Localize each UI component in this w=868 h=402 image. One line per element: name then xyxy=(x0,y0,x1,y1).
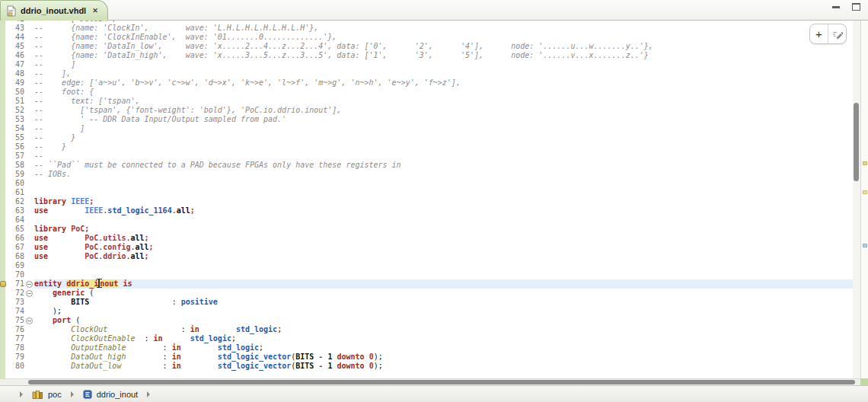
code-line[interactable]: 74 ); xyxy=(5,307,853,316)
code-text[interactable]: -- ' -- DDR Data Input/Output sampled fr… xyxy=(34,115,853,124)
code-line[interactable]: 50-- foot: { xyxy=(5,88,853,97)
code-text[interactable]: -- text: ['tspan', xyxy=(34,97,853,106)
code-line[interactable]: 77 ClockOutEnable : in std_logic; xyxy=(5,334,853,343)
code-line[interactable]: 75 port ( xyxy=(5,316,853,325)
code-text[interactable]: -- ], xyxy=(34,69,853,78)
code-line[interactable]: 76 ClockOut : in std_logic; xyxy=(5,325,853,334)
code-line[interactable]: 71entity ddrio_inout is xyxy=(5,279,853,289)
code-line[interactable]: 65library PoC; xyxy=(5,225,853,234)
code-line[interactable]: 45-- {name: 'DataIn_low', wave: 'x.....2… xyxy=(5,42,853,51)
code-line[interactable]: 57-- xyxy=(5,152,853,161)
code-line[interactable]: 60 xyxy=(5,179,853,188)
code-text[interactable] xyxy=(34,270,853,279)
code-text[interactable] xyxy=(34,261,853,270)
code-line[interactable]: 78 OutputEnable : in std_logic; xyxy=(5,343,853,353)
chevron-right-icon[interactable] xyxy=(71,391,74,397)
code-text[interactable]: -- ] xyxy=(34,60,853,69)
code-line[interactable]: 69 xyxy=(5,261,853,270)
code-line[interactable]: 53-- ' -- DDR Data Input/Output sampled … xyxy=(5,115,853,124)
code-text[interactable]: -- ``Pad`` must be connected to a PAD be… xyxy=(34,161,853,170)
code-text[interactable]: DataOut_high : in std_logic_vector(BITS … xyxy=(34,353,853,362)
collapse-icon[interactable] xyxy=(26,290,33,297)
code-text[interactable]: -- IOBs. xyxy=(34,170,853,179)
add-button[interactable]: + xyxy=(810,24,828,43)
close-icon[interactable]: ✕ xyxy=(92,8,98,14)
code-line[interactable]: 43-- {name: 'ClockIn', wave: 'L.H.L.H.L.… xyxy=(5,24,853,33)
code-text[interactable]: -- foot: { xyxy=(34,88,853,97)
chevron-right-icon[interactable] xyxy=(20,391,23,397)
code-text[interactable]: use PoC.config.all; xyxy=(34,243,853,252)
code-line[interactable]: 73 BITS : positive xyxy=(5,298,853,307)
code-text[interactable]: -- {name: 'DataIn_low', wave: 'x.....2..… xyxy=(34,42,853,51)
code-line[interactable]: 49-- edge: ['a~>u', 'b~>v', 'c~>w', 'd~>… xyxy=(5,78,853,88)
code-line[interactable]: 67use PoC.config.all; xyxy=(5,243,853,252)
code-text[interactable]: BITS : positive xyxy=(34,298,853,307)
code-line[interactable]: 56-- } xyxy=(5,142,853,152)
code-text[interactable]: port ( xyxy=(34,316,853,325)
code-text[interactable]: library IEEE; xyxy=(34,197,853,206)
code-text[interactable] xyxy=(34,188,853,197)
code-line[interactable]: 79 DataOut_high : in std_logic_vector(BI… xyxy=(5,353,853,362)
code-line[interactable]: 61 xyxy=(5,188,853,197)
code-line[interactable]: 58-- ``Pad`` must be connected to a PAD … xyxy=(5,161,853,170)
breadcrumb-item-poc[interactable]: poc xyxy=(32,390,62,399)
breadcrumb-item-entity[interactable]: ddrio_inout xyxy=(83,390,138,399)
collapse-icon[interactable] xyxy=(26,317,33,324)
code-text[interactable]: -- } xyxy=(34,142,853,152)
code-text[interactable]: OutputEnable : in std_logic; xyxy=(34,343,853,353)
code-line[interactable]: 52-- ['tspan', {'font-weight': 'bold'}, … xyxy=(5,106,853,115)
overview-annotation-mark[interactable] xyxy=(863,244,867,247)
code-text[interactable]: -- {name: 'DataIn_high', wave: 'x.....3.… xyxy=(34,51,853,60)
code-text[interactable] xyxy=(34,179,853,188)
vertical-scrollbar[interactable] xyxy=(853,21,860,378)
code-text[interactable]: use IEEE.std_logic_1164.all; xyxy=(34,206,853,215)
fold-column xyxy=(24,88,34,97)
code-line[interactable]: 70 xyxy=(5,270,853,279)
code-text[interactable]: library PoC; xyxy=(34,225,853,234)
code-line[interactable]: 63use IEEE.std_logic_1164.all; xyxy=(5,206,853,215)
code-line[interactable]: 72 generic ( xyxy=(5,289,853,298)
code-line[interactable]: 62library IEEE; xyxy=(5,197,853,206)
code-line[interactable]: 46-- {name: 'DataIn_high', wave: 'x.....… xyxy=(5,51,853,60)
code-line[interactable]: 48-- ], xyxy=(5,69,853,78)
code-text[interactable]: -- {name: 'ClockIn', wave: 'L.H.L.H.L.H.… xyxy=(34,24,853,33)
collapse-icon[interactable] xyxy=(26,281,33,288)
horizontal-scrollbar-thumb[interactable] xyxy=(28,380,855,384)
code-line[interactable]: 44-- {name: 'ClockInEnable', wave: '01..… xyxy=(5,33,853,42)
code-text[interactable]: generic ( xyxy=(34,289,853,298)
vertical-scrollbar-thumb[interactable] xyxy=(854,103,859,181)
minimize-button[interactable] xyxy=(832,3,840,8)
code-text[interactable]: -- xyxy=(34,152,853,161)
code-line[interactable]: 51-- text: ['tspan', xyxy=(5,97,853,106)
code-line[interactable]: 66use PoC.utils.all; xyxy=(5,234,853,243)
code-text[interactable]: entity ddrio_inout is xyxy=(34,279,853,289)
code-text[interactable]: use PoC.utils.all; xyxy=(34,234,853,243)
code-editor[interactable]: 42-- ['DataIn',43-- {name: 'ClockIn', wa… xyxy=(0,21,868,378)
code-line[interactable]: 64 xyxy=(5,215,853,225)
code-line[interactable]: 80 DataOut_low : in std_logic_vector(BIT… xyxy=(5,362,853,371)
code-text[interactable]: use PoC.ddrio.all; xyxy=(34,252,853,261)
code-text[interactable]: -- } xyxy=(34,133,853,142)
overview-annotation-mark[interactable] xyxy=(863,190,867,194)
maximize-button[interactable] xyxy=(852,3,860,11)
code-text[interactable]: -- ] xyxy=(34,124,853,133)
code-line[interactable]: 54-- ] xyxy=(5,124,853,133)
code-line[interactable]: 47-- ] xyxy=(5,60,853,69)
code-text[interactable]: -- ['tspan', {'font-weight': 'bold'}, 'P… xyxy=(34,106,853,115)
chevron-right-icon[interactable] xyxy=(147,391,150,397)
code-line[interactable]: 59-- IOBs. xyxy=(5,170,853,179)
code-text[interactable]: ClockOut : in std_logic; xyxy=(34,325,853,334)
code-text[interactable]: ); xyxy=(34,307,853,316)
code-text[interactable] xyxy=(34,215,853,225)
code-text[interactable]: ClockOutEnable : in std_logic; xyxy=(34,334,853,343)
overview-annotation-mark[interactable] xyxy=(863,161,867,165)
code-text[interactable]: -- edge: ['a~>u', 'b~>v', 'c~>w', 'd~>x'… xyxy=(34,78,853,88)
code-text[interactable]: DataOut_low : in std_logic_vector(BITS -… xyxy=(34,362,853,371)
horizontal-scrollbar[interactable] xyxy=(0,378,868,385)
editor-tab[interactable]: ddrio_inout.vhdl ✕ xyxy=(0,0,108,21)
code-line[interactable]: 68use PoC.ddrio.all; xyxy=(5,252,853,261)
overview-ruler[interactable] xyxy=(860,21,868,378)
code-text[interactable]: -- {name: 'ClockInEnable', wave: '01....… xyxy=(34,33,853,42)
annotate-button[interactable] xyxy=(828,24,846,43)
code-line[interactable]: 55-- } xyxy=(5,133,853,142)
